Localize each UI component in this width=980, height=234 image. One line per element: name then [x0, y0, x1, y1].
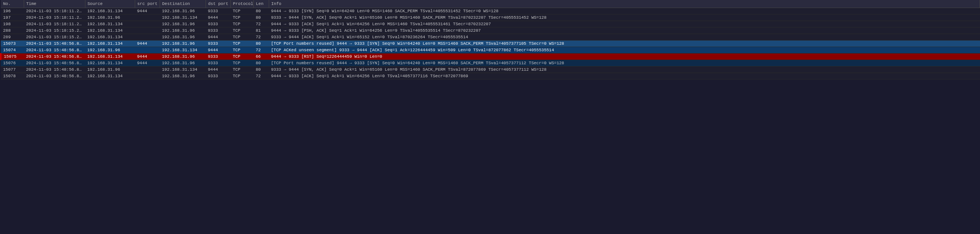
cell-dest: 192.168.31.134	[160, 47, 206, 54]
cell-len: 80	[253, 15, 269, 21]
table-row[interactable]: 1982024-11-03 15:18:11.218404192.168.31.…	[1, 21, 980, 28]
cell-srcport: 9444	[135, 54, 160, 60]
table-row[interactable]: 1962024-11-03 15:18:11.214297192.168.31.…	[1, 8, 980, 15]
cell-time: 2024-11-03 15:18:11.218404	[24, 21, 85, 28]
packet-rows: 1962024-11-03 15:18:11.214297192.168.31.…	[1, 8, 980, 80]
table-row[interactable]: 150772024-11-03 15:48:56.876019192.168.3…	[1, 67, 980, 73]
col-header-len: Len	[253, 0, 269, 8]
cell-info: 9333 → 9444 [SYN, ACK] Seq=0 Ack=1 Win=6…	[269, 67, 980, 73]
cell-info: [TCP Port numbers reused] 9444 → 9333 [S…	[269, 41, 980, 47]
cell-info: [TCP Port numbers reused] 9444 → 9333 [S…	[269, 60, 980, 67]
cell-no: 289	[1, 34, 24, 41]
table-row[interactable]: 150752024-11-03 15:48:56.873002192.168.3…	[1, 54, 980, 60]
cell-proto: TCP	[230, 67, 253, 73]
col-header-dest: Destination	[160, 0, 206, 8]
cell-len: 72	[253, 47, 269, 54]
cell-srcport	[135, 34, 160, 41]
cell-dest: 192.168.31.96	[160, 73, 206, 80]
table-row[interactable]: 150732024-11-03 15:48:56.869026192.168.3…	[1, 41, 980, 47]
cell-no: 15076	[1, 60, 24, 67]
col-header-info: Info	[269, 0, 980, 8]
cell-dest: 192.168.31.96	[160, 54, 206, 60]
cell-time: 2024-11-03 15:18:15.271421	[24, 34, 85, 41]
cell-time: 2024-11-03 15:48:56.879884	[24, 73, 85, 80]
cell-proto: TCP	[230, 60, 253, 67]
cell-source: 192.168.31.96	[85, 15, 135, 21]
cell-no: 15078	[1, 73, 24, 80]
cell-dest: 192.168.31.134	[160, 15, 206, 21]
cell-info: 9333 → 9444 [ACK] Seq=1 Ack=1 Win=65152 …	[269, 34, 980, 41]
cell-proto: TCP	[230, 21, 253, 28]
cell-len: 66	[253, 54, 269, 60]
cell-time: 2024-11-03 15:48:56.869097	[24, 47, 85, 54]
cell-dest: 192.168.31.96	[160, 60, 206, 67]
cell-proto: TCP	[230, 73, 253, 80]
cell-source: 192.168.31.96	[85, 47, 135, 54]
cell-proto: TCP	[230, 28, 253, 34]
cell-srcport	[135, 21, 160, 28]
packet-table: No. Time Source src port Destination dst…	[0, 0, 980, 80]
table-row[interactable]: 150782024-11-03 15:48:56.879884192.168.3…	[1, 73, 980, 80]
col-header-proto: Protocol	[230, 0, 253, 8]
col-header-time: Time	[24, 0, 85, 8]
cell-info: 9333 → 9444 [SYN, ACK] Seq=0 Ack=1 Win=6…	[269, 15, 980, 21]
cell-no: 15073	[1, 41, 24, 47]
cell-srcport	[135, 28, 160, 34]
cell-proto: TCP	[230, 8, 253, 15]
cell-no: 15075	[1, 54, 24, 60]
cell-dstport: 9333	[206, 73, 230, 80]
cell-source: 192.168.31.134	[85, 54, 135, 60]
table-row[interactable]: 1972024-11-03 15:18:11.214393192.168.31.…	[1, 15, 980, 21]
cell-no: 196	[1, 8, 24, 15]
cell-srcport	[135, 47, 160, 54]
cell-time: 2024-11-03 15:18:11.214297	[24, 8, 85, 15]
cell-info: 9444 → 9333 [SYN] Seq=0 Win=64240 Len=0 …	[269, 8, 980, 15]
cell-time: 2024-11-03 15:48:56.876019	[24, 67, 85, 73]
cell-dest: 192.168.31.96	[160, 41, 206, 47]
cell-len: 80	[253, 41, 269, 47]
table-row[interactable]: 150742024-11-03 15:48:56.869097192.168.3…	[1, 47, 980, 54]
col-header-dstport: dst port	[206, 0, 230, 8]
cell-dstport: 9444	[206, 47, 230, 54]
cell-dstport: 9333	[206, 60, 230, 67]
cell-dstport: 9333	[206, 54, 230, 60]
cell-dstport: 9333	[206, 21, 230, 28]
cell-source: 192.168.31.134	[85, 73, 135, 80]
cell-srcport: 9444	[135, 41, 160, 47]
cell-proto: TCP	[230, 47, 253, 54]
cell-no: 197	[1, 15, 24, 21]
cell-source: 192.168.31.134	[85, 34, 135, 41]
table-row[interactable]: 2882024-11-03 15:18:15.271325192.168.31.…	[1, 28, 980, 34]
cell-dstport: 9444	[206, 34, 230, 41]
cell-dest: 192.168.31.134	[160, 67, 206, 73]
cell-source: 192.168.31.134	[85, 60, 135, 67]
cell-dest: 192.168.31.96	[160, 34, 206, 41]
cell-time: 2024-11-03 15:48:56.873002	[24, 54, 85, 60]
cell-dstport: 9333	[206, 8, 230, 15]
cell-proto: TCP	[230, 34, 253, 41]
cell-srcport	[135, 15, 160, 21]
cell-dest: 192.168.31.96	[160, 28, 206, 34]
cell-srcport: 9444	[135, 8, 160, 15]
table-row[interactable]: 150762024-11-03 15:48:56.875917192.168.3…	[1, 60, 980, 67]
table-row[interactable]: 2892024-11-03 15:18:15.271421192.168.31.…	[1, 34, 980, 41]
cell-proto: TCP	[230, 15, 253, 21]
cell-info: 9444 → 9333 [PSH, ACK] Seq=1 Ack=1 Win=6…	[269, 28, 980, 34]
cell-info: 9444 → 9333 [ACK] Seq=1 Ack=1 Win=64256 …	[269, 21, 980, 28]
cell-len: 81	[253, 28, 269, 34]
cell-info: 9444 → 9333 [ACK] Seq=1 Ack=1 Win=64256 …	[269, 73, 980, 80]
cell-time: 2024-11-03 15:48:56.875917	[24, 60, 85, 67]
cell-no: 15077	[1, 67, 24, 73]
table-header: No. Time Source src port Destination dst…	[1, 0, 980, 8]
cell-no: 288	[1, 28, 24, 34]
cell-no: 198	[1, 21, 24, 28]
empty-area	[0, 80, 980, 232]
cell-len: 80	[253, 8, 269, 15]
cell-len: 72	[253, 21, 269, 28]
cell-dest: 192.168.31.96	[160, 8, 206, 15]
cell-source: 192.168.31.134	[85, 41, 135, 47]
cell-dstport: 9444	[206, 15, 230, 21]
cell-proto: TCP	[230, 54, 253, 60]
cell-dstport: 9333	[206, 41, 230, 47]
cell-time: 2024-11-03 15:18:15.271325	[24, 28, 85, 34]
